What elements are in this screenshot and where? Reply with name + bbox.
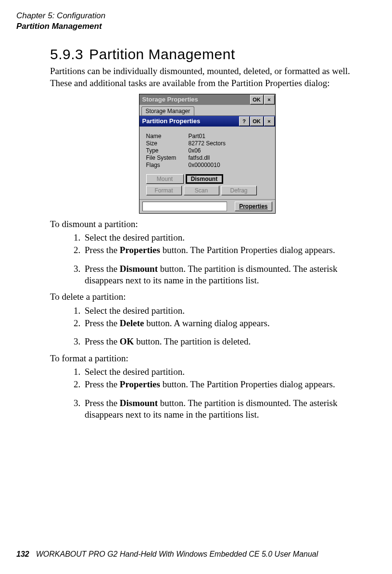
dismount-steps: Select the desired partition. Press the … xyxy=(50,232,364,286)
running-header: Chapter 5: Configuration Partition Manag… xyxy=(16,11,364,32)
prop-key: File System xyxy=(146,154,189,161)
button-row-2: Format Scan Defrag xyxy=(146,186,270,195)
outer-bottom-strip: Properties xyxy=(139,199,275,213)
content-column: 5.9.3Partition Management Partitions can… xyxy=(50,46,364,421)
format-button[interactable]: Format xyxy=(146,186,182,195)
list-item: Press the Dismount button. The partition… xyxy=(83,263,364,287)
prop-key: Flags xyxy=(146,162,189,168)
prop-key: Type xyxy=(146,147,189,154)
prop-row: File Systemfatfsd.dll xyxy=(146,154,270,161)
tab-strip: Storage Manager xyxy=(139,105,275,115)
prop-val: 0x06 xyxy=(189,147,201,154)
list-item: Select the desired partition. xyxy=(83,366,364,378)
list-item: Press the Properties button. The Partiti… xyxy=(83,379,364,390)
chapter-line: Chapter 5: Configuration xyxy=(16,11,364,21)
prop-row: Type0x06 xyxy=(146,147,270,154)
prop-key: Name xyxy=(146,133,189,140)
inner-titlebar: Partition Properties ? OK × xyxy=(139,116,275,127)
list-item: Select the desired partition. xyxy=(83,305,364,317)
page-footer: 132WORKABOUT PRO G2 Hand-Held With Windo… xyxy=(0,550,392,559)
section-heading: 5.9.3Partition Management xyxy=(50,46,364,63)
page-number: 132 xyxy=(16,550,29,558)
format-steps: Select the desired partition. Press the … xyxy=(50,366,364,421)
format-lead: To format a partition: xyxy=(50,353,364,364)
mount-button[interactable]: Mount xyxy=(146,174,184,184)
inner-help-button[interactable]: ? xyxy=(239,116,250,126)
screenshot-figure: Storage Properties OK × Storage Manager … xyxy=(50,94,364,214)
properties-body: NamePart01 Size82772 Sectors Type0x06 Fi… xyxy=(139,127,275,199)
button-row-1: Mount Dismount xyxy=(146,174,270,184)
prop-row: Flags0x00000010 xyxy=(146,162,270,168)
section-number: 5.9.3 xyxy=(50,46,83,62)
outer-close-button[interactable]: × xyxy=(264,95,275,104)
list-item: Press the OK button. The partition is de… xyxy=(83,336,364,347)
dismount-button[interactable]: Dismount xyxy=(186,174,223,184)
section-intro: Partitions can be individually dismounte… xyxy=(50,65,364,89)
prop-row: NamePart01 xyxy=(146,133,270,140)
storage-properties-window: Storage Properties OK × Storage Manager … xyxy=(139,94,276,214)
outer-window-title: Storage Properties xyxy=(139,94,250,105)
outer-titlebar: Storage Properties OK × xyxy=(139,94,275,105)
delete-steps: Select the desired partition. Press the … xyxy=(50,305,364,348)
footer-book-title: WORKABOUT PRO G2 Hand-Held With Windows … xyxy=(36,550,318,558)
list-item: Press the Delete button. A warning dialo… xyxy=(83,318,364,329)
tab-storage-manager[interactable]: Storage Manager xyxy=(141,106,195,115)
list-item: Press the Properties button. The Partiti… xyxy=(83,244,364,256)
prop-val: Part01 xyxy=(189,133,205,140)
section-title-text: Partition Management xyxy=(89,46,235,62)
inner-close-button[interactable]: × xyxy=(264,116,275,126)
prop-row: Size82772 Sectors xyxy=(146,140,270,147)
delete-lead: To delete a partition: xyxy=(50,291,364,303)
list-item: Select the desired partition. xyxy=(83,232,364,243)
properties-button[interactable]: Properties xyxy=(235,202,272,211)
outer-ok-button[interactable]: OK xyxy=(250,95,264,104)
prop-val: 82772 Sectors xyxy=(189,140,226,147)
partition-properties-dialog: Partition Properties ? OK × NamePart01 S… xyxy=(139,115,275,199)
defrag-button[interactable]: Defrag xyxy=(221,186,257,195)
prop-key: Size xyxy=(146,140,189,147)
inner-ok-button[interactable]: OK xyxy=(250,116,264,126)
prop-val: 0x00000010 xyxy=(189,162,220,168)
prop-val: fatfsd.dll xyxy=(189,154,210,161)
list-item: Press the Dismount button. The partition… xyxy=(83,397,364,421)
inner-window-title: Partition Properties xyxy=(139,116,239,127)
topic-line: Partition Management xyxy=(16,21,364,32)
partition-list-field[interactable] xyxy=(142,202,228,211)
dismount-lead: To dismount a partition: xyxy=(50,218,364,230)
scan-button[interactable]: Scan xyxy=(184,186,219,195)
